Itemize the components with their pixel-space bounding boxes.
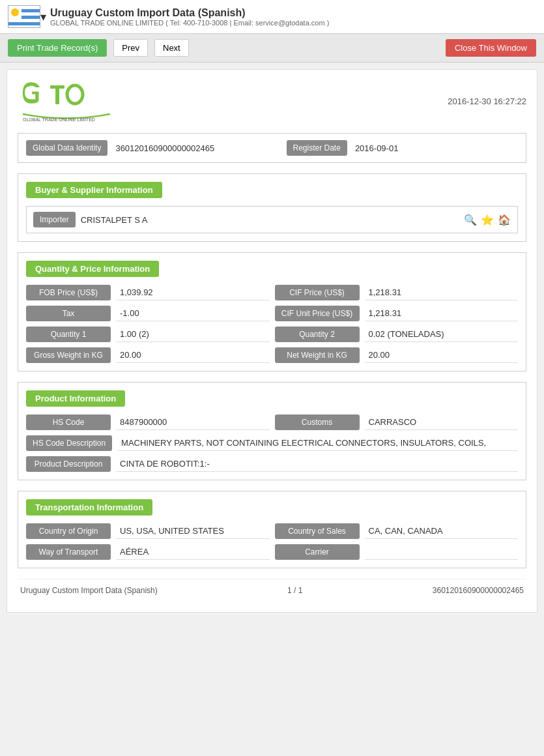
register-date-label: Register Date bbox=[287, 140, 347, 156]
register-date-value: 2016-09-01 bbox=[355, 143, 518, 153]
buyer-supplier-title: Buyer & Supplier Information bbox=[26, 182, 162, 198]
footer-right: 360120160900000002465 bbox=[433, 586, 524, 595]
product-section: Product Information HS Code 8487900000 C… bbox=[18, 382, 526, 480]
cif-unit-group: CIF Unit Price (US$) 1,218.31 bbox=[275, 306, 519, 321]
hs-code-desc-value: MACHINERY PARTS, NOT CONTAINING ELECTRIC… bbox=[117, 435, 518, 451]
gross-weight-label: Gross Weight in KG bbox=[26, 347, 111, 363]
tax-group: Tax -1.00 bbox=[26, 306, 270, 321]
gross-weight-value: 20.00 bbox=[116, 347, 270, 363]
customs-value: CARRASCO bbox=[365, 414, 519, 430]
transportation-title: Transportation Information bbox=[26, 499, 152, 516]
fob-cif-row: FOB Price (US$) 1,039.92 CIF Price (US$)… bbox=[26, 285, 518, 300]
weight-row: Gross Weight in KG 20.00 Net Weight in K… bbox=[26, 347, 518, 363]
net-weight-group: Net Weight in KG 20.00 bbox=[275, 347, 519, 363]
app-title-block: Uruguay Custom Import Data (Spanish) GLO… bbox=[50, 7, 536, 27]
global-data-identity-value: 360120160900000002465 bbox=[115, 143, 278, 153]
fob-price-label: FOB Price (US$) bbox=[26, 285, 111, 300]
svg-rect-4 bbox=[8, 19, 40, 22]
quantity-price-section: Quantity & Price Information FOB Price (… bbox=[18, 252, 526, 371]
cif-price-value: 1,218.31 bbox=[365, 285, 519, 300]
transport-carrier-row: Way of Transport AÉREA Carrier bbox=[26, 544, 518, 560]
print-button[interactable]: Print Trade Record(s) bbox=[8, 39, 107, 57]
svg-text:GLOBAL TRADE ONLINE LIMITED: GLOBAL TRADE ONLINE LIMITED bbox=[23, 117, 95, 122]
cif-unit-value: 1,218.31 bbox=[365, 306, 519, 321]
quantity-price-title: Quantity & Price Information bbox=[26, 261, 159, 277]
next-button[interactable]: Next bbox=[154, 39, 189, 57]
app-title: Uruguay Custom Import Data (Spanish) bbox=[50, 7, 536, 19]
origin-sales-row: Country of Origin US, USA, UNITED STATES… bbox=[26, 523, 518, 539]
hs-code-group: HS Code 8487900000 bbox=[26, 414, 270, 430]
gross-weight-group: Gross Weight in KG 20.00 bbox=[26, 347, 270, 363]
hs-code-value: 8487900000 bbox=[116, 414, 270, 430]
quantity1-label: Quantity 1 bbox=[26, 327, 111, 342]
quantity2-group: Quantity 2 0.02 (TONELADAS) bbox=[275, 327, 519, 342]
fob-price-group: FOB Price (US$) 1,039.92 bbox=[26, 285, 270, 300]
product-desc-value: CINTA DE ROBOTIT:1:- bbox=[116, 456, 518, 472]
country-origin-group: Country of Origin US, USA, UNITED STATES bbox=[26, 523, 270, 539]
identity-row: Global Data Identity 3601201609000000024… bbox=[18, 133, 526, 163]
tax-label: Tax bbox=[26, 306, 111, 321]
buyer-supplier-section: Buyer & Supplier Information Importer CR… bbox=[18, 173, 526, 242]
way-of-transport-group: Way of Transport AÉREA bbox=[26, 544, 270, 560]
quantity1-value: 1.00 (2) bbox=[116, 327, 270, 342]
hs-code-desc-label: HS Code Description bbox=[26, 435, 112, 451]
transportation-section: Transportation Information Country of Or… bbox=[18, 491, 526, 568]
country-of-origin-label: Country of Origin bbox=[26, 523, 111, 539]
page-footer: Uruguay Custom Import Data (Spanish) 1 /… bbox=[18, 579, 526, 602]
customs-group: Customs CARRASCO bbox=[275, 414, 519, 430]
svg-rect-14 bbox=[50, 85, 64, 89]
net-weight-label: Net Weight in KG bbox=[275, 347, 360, 363]
main-content: GLOBAL TRADE ONLINE LIMITED 2016-12-30 1… bbox=[7, 69, 537, 613]
quantity-price-fields: FOB Price (US$) 1,039.92 CIF Price (US$)… bbox=[26, 285, 518, 363]
hs-code-desc-group: HS Code Description MACHINERY PARTS, NOT… bbox=[26, 435, 518, 451]
toolbar: Print Trade Record(s) Prev Next Close Th… bbox=[0, 34, 544, 63]
svg-rect-15 bbox=[55, 89, 59, 104]
star-icon[interactable]: ⭐ bbox=[481, 214, 494, 226]
top-bar: ▾ Uruguay Custom Import Data (Spanish) G… bbox=[0, 0, 544, 34]
fob-price-value: 1,039.92 bbox=[116, 285, 270, 300]
transportation-fields: Country of Origin US, USA, UNITED STATES… bbox=[26, 523, 518, 560]
carrier-value bbox=[365, 544, 519, 560]
svg-rect-6 bbox=[8, 25, 40, 28]
prev-button[interactable]: Prev bbox=[113, 39, 148, 57]
quantity2-value: 0.02 (TONELADAS) bbox=[365, 327, 519, 342]
product-desc-label: Product Description bbox=[26, 456, 111, 472]
way-of-transport-value: AÉREA bbox=[116, 544, 270, 560]
cif-price-group: CIF Price (US$) 1,218.31 bbox=[275, 285, 519, 300]
carrier-group: Carrier bbox=[275, 544, 519, 560]
way-of-transport-label: Way of Transport bbox=[26, 544, 111, 560]
record-timestamp: 2016-12-30 16:27:22 bbox=[448, 96, 526, 106]
close-button[interactable]: Close This Window bbox=[446, 39, 536, 57]
cif-unit-label: CIF Unit Price (US$) bbox=[275, 306, 360, 321]
product-desc-row: Product Description CINTA DE ROBOTIT:1:- bbox=[26, 456, 518, 472]
flag-icon bbox=[8, 5, 40, 28]
company-info: GLOBAL TRADE ONLINE LIMITED ( Tel: 400-7… bbox=[50, 19, 536, 27]
logo-svg: GLOBAL TRADE ONLINE LIMITED bbox=[18, 80, 115, 123]
net-weight-value: 20.00 bbox=[365, 347, 519, 363]
hs-code-label: HS Code bbox=[26, 414, 111, 430]
cif-price-label: CIF Price (US$) bbox=[275, 285, 360, 300]
country-of-origin-value: US, USA, UNITED STATES bbox=[116, 523, 270, 539]
carrier-label: Carrier bbox=[275, 544, 360, 560]
product-title: Product Information bbox=[26, 390, 125, 407]
hscode-customs-row: HS Code 8487900000 Customs CARRASCO bbox=[26, 414, 518, 430]
tax-cifunit-row: Tax -1.00 CIF Unit Price (US$) 1,218.31 bbox=[26, 306, 518, 321]
country-of-sales-value: CA, CAN, CANADA bbox=[365, 523, 519, 539]
importer-row: Importer CRISTALPET S A 🔍 ⭐ 🏠 bbox=[26, 206, 518, 233]
qty1-qty2-row: Quantity 1 1.00 (2) Quantity 2 0.02 (TON… bbox=[26, 327, 518, 342]
global-data-identity-label: Global Data Identity bbox=[26, 140, 107, 156]
quantity1-group: Quantity 1 1.00 (2) bbox=[26, 327, 270, 342]
customs-label: Customs bbox=[275, 414, 360, 430]
home-icon[interactable]: 🏠 bbox=[498, 214, 511, 226]
hs-desc-row: HS Code Description MACHINERY PARTS, NOT… bbox=[26, 435, 518, 451]
tax-value: -1.00 bbox=[116, 306, 270, 321]
importer-icons: 🔍 ⭐ 🏠 bbox=[464, 214, 511, 226]
search-icon[interactable]: 🔍 bbox=[464, 214, 477, 226]
footer-left: Uruguay Custom Import Data (Spanish) bbox=[20, 586, 158, 595]
footer-center: 1 / 1 bbox=[287, 586, 302, 595]
svg-rect-5 bbox=[8, 22, 40, 25]
product-desc-group: Product Description CINTA DE ROBOTIT:1:- bbox=[26, 456, 518, 472]
dropdown-arrow-icon[interactable]: ▾ bbox=[40, 10, 46, 24]
country-sales-group: Country of Sales CA, CAN, CANADA bbox=[275, 523, 519, 539]
logo: GLOBAL TRADE ONLINE LIMITED bbox=[18, 80, 115, 123]
